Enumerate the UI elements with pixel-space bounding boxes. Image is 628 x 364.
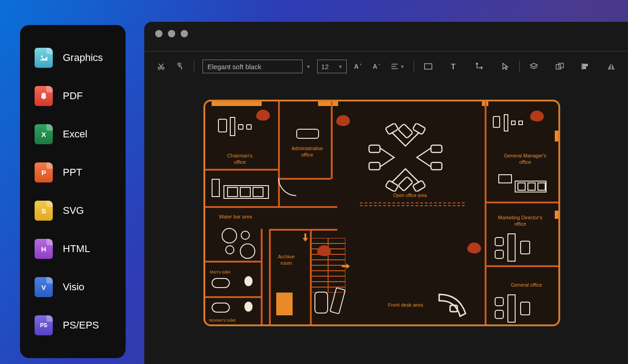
svg-rect-21 [413, 123, 426, 135]
room-label: Administrative office [287, 145, 327, 158]
floorplan-diagram[interactable]: Chairman's office Administrative office [203, 100, 560, 326]
svg-rect-20 [385, 123, 399, 135]
furniture-table [240, 243, 255, 259]
sidebar-item-ps[interactable]: PS PS/EPS [31, 306, 115, 344]
sidebar-item-label: PPT [63, 167, 82, 178]
wall [205, 296, 261, 298]
room-label: Open office area [387, 192, 433, 198]
furniture-chair [241, 231, 250, 240]
room-label: Marketing Director's office [493, 214, 547, 228]
layers-button[interactable] [528, 60, 540, 73]
format-painter-button[interactable] [173, 60, 185, 73]
furniture-chair [518, 121, 523, 125]
font-increase-button[interactable]: A+ [353, 60, 365, 73]
connector-tool-button[interactable] [473, 60, 485, 73]
furniture-cushion [537, 182, 546, 191]
plant-icon [317, 245, 331, 256]
arrow-right-icon [341, 262, 350, 271]
sidebar-item-label: PDF [63, 90, 83, 102]
room-label: General office [504, 282, 549, 288]
furniture-chair [495, 237, 504, 246]
furniture-chair [212, 179, 220, 197]
room-label: Men's toilet [210, 270, 242, 275]
pointer-tool-button[interactable] [499, 60, 511, 73]
chevron-down-icon: ▼ [338, 64, 343, 69]
theme-dropdown[interactable]: Elegant soft black ▼ [203, 60, 311, 73]
door-swing [278, 178, 296, 196]
font-decrease-button[interactable]: A− [371, 60, 383, 73]
canvas[interactable]: Chairman's office Administrative office [144, 81, 628, 335]
sidebar-item-html[interactable]: H HTML [31, 230, 115, 268]
align-button[interactable]: ▼ [390, 60, 405, 73]
fixture-toilet [244, 302, 253, 312]
svg-rect-15 [398, 177, 413, 192]
wall [485, 101, 486, 326]
svg-rect-22 [385, 180, 399, 192]
svg-rect-17 [369, 162, 380, 170]
separator [414, 61, 414, 72]
plant-icon [336, 115, 350, 126]
excel-icon: X [35, 124, 53, 144]
ps-icon: PS [35, 315, 53, 335]
sidebar-item-label: PS/EPS [63, 319, 99, 331]
cut-button[interactable] [155, 60, 167, 73]
fixture-bathtub [212, 303, 230, 313]
room-label: Chairman's office [222, 152, 258, 166]
app-window: Elegant soft black ▼ 12 ▼ A+ A− ▼ T [144, 22, 628, 364]
furniture-chair [246, 124, 252, 130]
svg-text:A: A [354, 63, 359, 70]
window-control-dot[interactable] [181, 30, 188, 37]
furniture-chair [520, 241, 530, 254]
align-left-button[interactable] [579, 60, 591, 73]
svg-point-2 [162, 67, 164, 70]
sidebar-item-ppt[interactable]: P PPT [31, 153, 115, 192]
separator [194, 61, 194, 72]
text-tool-button[interactable]: T [448, 60, 460, 73]
export-sidebar: Graphics PDF X Excel P PPT S SVG H HTML [20, 25, 126, 358]
furniture-chair [495, 250, 504, 259]
sidebar-item-label: Visio [63, 281, 84, 293]
furniture-chair [493, 116, 500, 128]
furniture-cushion [253, 187, 263, 197]
sidebar-item-visio[interactable]: V Visio [31, 268, 115, 306]
room-label: Women's toilet [209, 318, 250, 324]
group-button[interactable] [554, 60, 566, 73]
theme-value: Elegant soft black [203, 60, 303, 73]
wall [261, 229, 263, 326]
font-size-dropdown[interactable]: 12 ▼ [317, 60, 347, 73]
rectangle-tool-button[interactable] [422, 60, 434, 73]
wall-segment [555, 131, 558, 142]
furniture-desk [230, 117, 235, 136]
furniture-chair [218, 119, 227, 132]
wall [269, 229, 271, 326]
sidebar-item-svg[interactable]: S SVG [31, 192, 115, 230]
sidebar-item-pdf[interactable]: PDF [31, 77, 115, 115]
svg-rect-11 [559, 63, 563, 68]
wall [205, 169, 278, 171]
pdf-icon [35, 86, 53, 106]
wall-segment [318, 101, 338, 106]
furniture-table [222, 228, 237, 243]
wall [485, 265, 560, 267]
svg-rect-19 [431, 162, 442, 170]
sidebar-item-excel[interactable]: X Excel [31, 115, 115, 153]
sidebar-item-graphics[interactable]: Graphics [31, 39, 115, 77]
svg-rect-23 [413, 180, 426, 192]
window-control-dot[interactable] [168, 30, 175, 37]
svg-text:A: A [373, 63, 377, 70]
plant-icon [467, 243, 481, 253]
arrow-down-icon [301, 233, 310, 242]
window-control-dot[interactable] [155, 30, 162, 37]
fixture-bathtub [212, 278, 230, 288]
room-label: General Manager's office [500, 152, 550, 166]
furniture-desk [507, 233, 516, 262]
svg-rect-7 [425, 64, 432, 69]
furniture-chair [495, 297, 504, 306]
svg-text:+: + [360, 62, 362, 67]
furniture-cushion [240, 187, 251, 197]
svg-icon: S [35, 201, 53, 221]
flip-button[interactable] [605, 60, 617, 73]
furniture-desk [504, 114, 508, 131]
wall [205, 261, 261, 263]
furniture-cushion [527, 182, 536, 191]
